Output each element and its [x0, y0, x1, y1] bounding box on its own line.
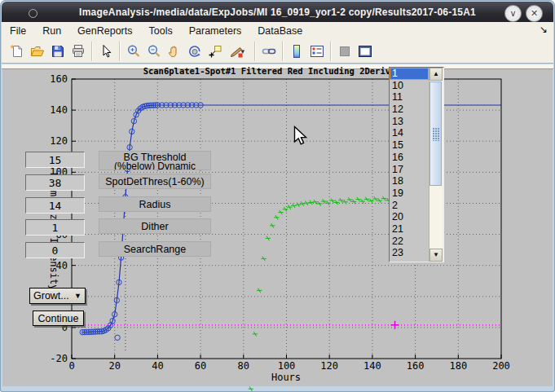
radius-label[interactable]: Radius: [99, 196, 211, 212]
disabled-square-icon: [337, 44, 352, 59]
listbox-item[interactable]: 1: [390, 68, 429, 80]
new-file-button[interactable]: [7, 41, 27, 62]
menu-file[interactable]: File: [2, 24, 34, 38]
listbox-items: 110111213141516171819220212223: [390, 68, 429, 262]
dither-input[interactable]: [25, 219, 85, 236]
spotdetthres-input[interactable]: [25, 174, 85, 191]
legend-icon: [310, 44, 324, 59]
radius-input[interactable]: [25, 197, 85, 214]
dither-label-text: Dither: [141, 221, 168, 232]
searchrange-input[interactable]: [25, 242, 85, 258]
listbox-item[interactable]: 11: [390, 91, 429, 104]
pan-tool-button[interactable]: [164, 41, 184, 62]
growth-dropdown[interactable]: Growt... ▼: [29, 288, 86, 304]
save-icon: [51, 44, 65, 59]
menu-genreports[interactable]: GenReports: [69, 24, 140, 38]
continue-button-label: Continue: [37, 313, 78, 324]
spotdetthres-label[interactable]: SpotDetThres(1-60%): [99, 174, 211, 189]
new-file-icon: [10, 44, 24, 59]
save-button[interactable]: [47, 41, 68, 62]
undock-arrow-icon[interactable]: ↘: [540, 24, 548, 35]
bg-threshold-label[interactable]: BG Threshold(%below) Dynamic: [99, 151, 211, 170]
listbox-item[interactable]: 19: [390, 187, 429, 200]
listbox-scrollbar[interactable]: ▲ ▼: [429, 68, 443, 262]
listbox-item[interactable]: 13: [390, 116, 429, 128]
menu-run[interactable]: Run: [34, 24, 69, 38]
app-window: ImageAnalysis-/media/data/ExpJobs/MI 16_…: [0, 0, 555, 392]
pan-hand-icon: [167, 44, 182, 59]
print-icon: [71, 44, 86, 59]
radius-label-text: Radius: [139, 199, 171, 210]
shade-button[interactable]: ∨: [504, 5, 522, 22]
data-cursor-icon: [208, 44, 222, 59]
rotate-3d-icon: [187, 44, 202, 59]
listbox-item[interactable]: 2: [390, 200, 429, 212]
data-cursor-button[interactable]: [205, 41, 225, 62]
dock-figure-icon: [358, 44, 372, 59]
listbox-item[interactable]: 20: [390, 211, 429, 223]
bg-threshold-input[interactable]: [25, 152, 85, 168]
listbox-item[interactable]: 17: [390, 164, 429, 176]
bg-threshold-label-line2: (%below) Dynamic: [99, 161, 210, 170]
open-folder-icon: [30, 44, 45, 59]
spotdetthres-label-text: SpotDetThres(1-60%): [105, 176, 205, 187]
listbox-item[interactable]: 12: [390, 104, 429, 116]
growth-dropdown-label: Growt...: [33, 290, 69, 302]
rotate-3d-button[interactable]: [184, 41, 205, 62]
scroll-down-arrow-icon[interactable]: ▼: [429, 249, 443, 262]
listbox-item[interactable]: 22: [390, 236, 429, 248]
dropdown-arrow-icon: ▼: [74, 292, 81, 300]
window-menu-icon[interactable]: [29, 9, 37, 18]
figure-canvas: [2, 69, 553, 386]
mouse-cursor-icon: [293, 126, 309, 147]
searchrange-label-text: SearchRange: [124, 244, 186, 255]
listbox-item[interactable]: 15: [390, 139, 429, 152]
window-title: ImageAnalysis-/media/data/ExpJobs/MI 16_…: [2, 7, 553, 18]
continue-button[interactable]: Continue: [33, 311, 84, 326]
scroll-up-arrow-icon[interactable]: ▲: [429, 68, 443, 81]
close-button[interactable]: ✕: [526, 5, 543, 22]
scrollbar-grip: [433, 128, 440, 141]
disabled-square-button: [334, 41, 355, 62]
zoom-in-icon: [126, 44, 141, 59]
menu-database[interactable]: DataBase: [249, 24, 311, 38]
dock-figure-button[interactable]: [355, 41, 375, 62]
link-icon: [262, 44, 276, 59]
toolbar: ▾: [2, 39, 553, 64]
listbox-item[interactable]: 21: [390, 223, 429, 236]
searchrange-label[interactable]: SearchRange: [99, 241, 211, 257]
menu-bar: File Run GenReports Tools Parameters Dat…: [2, 22, 553, 40]
zoom-out-button[interactable]: [143, 41, 164, 62]
zoom-in-button[interactable]: [123, 41, 143, 62]
open-file-button[interactable]: [27, 41, 47, 62]
pointer-tool-button[interactable]: [95, 41, 116, 62]
brush-dropdown-caret[interactable]: ▾: [241, 47, 248, 55]
spot-listbox: 110111213141516171819220212223 ▲ ▼: [389, 67, 444, 262]
colorbar-button[interactable]: [286, 41, 306, 62]
listbox-item[interactable]: 10: [390, 80, 429, 92]
listbox-item[interactable]: 18: [390, 175, 429, 187]
listbox-item[interactable]: 23: [390, 247, 429, 259]
pointer-icon: [99, 44, 113, 59]
scrollbar-thumb[interactable]: [429, 81, 442, 186]
print-button[interactable]: [68, 41, 88, 62]
brush-tool-button[interactable]: ▾: [225, 41, 251, 62]
menu-tools[interactable]: Tools: [141, 24, 181, 38]
zoom-out-icon: [147, 44, 161, 59]
legend-button[interactable]: [306, 41, 327, 62]
menu-parameters[interactable]: Parameters: [181, 24, 250, 38]
listbox-item[interactable]: 14: [390, 127, 429, 139]
colorbar-icon: [289, 44, 304, 59]
dither-label[interactable]: Dither: [99, 218, 211, 234]
listbox-item[interactable]: 16: [390, 152, 429, 164]
scrollbar-track[interactable]: [429, 81, 443, 249]
link-plots-button[interactable]: [258, 41, 279, 62]
title-bar: ImageAnalysis-/media/data/ExpJobs/MI 16_…: [2, 2, 553, 22]
